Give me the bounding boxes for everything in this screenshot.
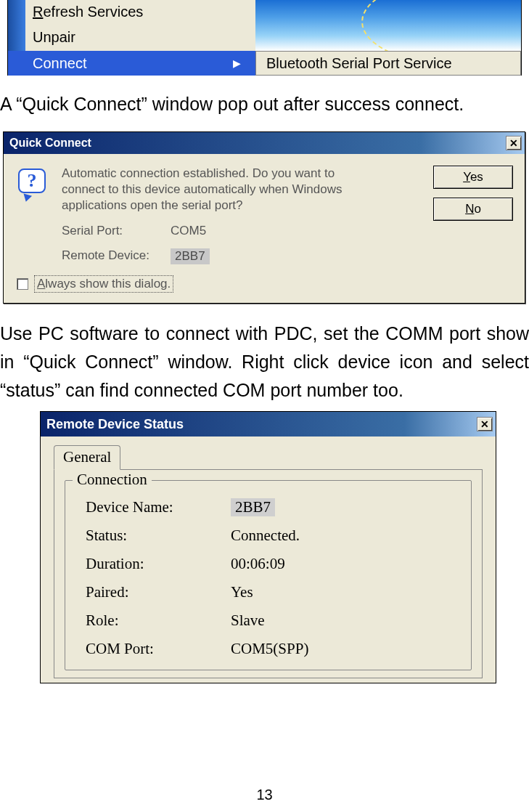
- serial-port-label: Serial Port:: [62, 224, 171, 238]
- device-name-label: Device Name:: [86, 498, 231, 516]
- serial-port-value: COM5: [171, 224, 206, 238]
- role-label: Role:: [86, 612, 231, 630]
- close-button[interactable]: ✕: [506, 136, 522, 150]
- remote-device-status-dialog: Remote Device Status ✕ General Connectio…: [40, 411, 496, 683]
- dialog-titlebar[interactable]: Quick Connect ✕: [4, 132, 525, 154]
- remote-device-label: Remote Device:: [62, 248, 171, 264]
- submenu-item-bluetooth-serial[interactable]: Bluetooth Serial Port Service: [255, 51, 521, 76]
- page-number: 13: [0, 787, 529, 803]
- close-icon: ✕: [509, 137, 518, 149]
- paired-value: Yes: [231, 583, 253, 601]
- menu-label: efresh Services: [43, 4, 143, 20]
- yes-button[interactable]: Yes: [433, 166, 513, 189]
- quick-connect-dialog: Quick Connect ✕ ? Automatic connection e…: [3, 131, 525, 304]
- duration-label: Duration:: [86, 555, 231, 573]
- question-icon: ?: [18, 169, 50, 200]
- dialog-title: Remote Device Status: [46, 417, 184, 432]
- context-menu-screenshot: Refresh Services Unpair Connect ▶ Blueto…: [7, 0, 522, 76]
- dialog-title: Quick Connect: [9, 137, 91, 150]
- dialog-message: Automatic connection established. Do you…: [62, 166, 366, 214]
- remote-device-value: 2BB7: [171, 248, 210, 264]
- decorative-curve: [361, 0, 521, 51]
- always-show-checkbox[interactable]: [17, 278, 28, 290]
- duration-value: 00:06:09: [231, 555, 285, 573]
- fieldset-legend: Connection: [73, 471, 152, 489]
- tab-panel: Connection Device Name: 2BB7 Status: Con…: [54, 469, 483, 678]
- com-port-label: COM Port:: [86, 640, 231, 658]
- submenu-arrow-icon: ▶: [233, 57, 241, 69]
- status-value: Connected.: [231, 527, 300, 545]
- desktop-background: [255, 0, 521, 51]
- status-label: Status:: [86, 527, 231, 545]
- menu-item-refresh[interactable]: Refresh Services: [25, 0, 255, 24]
- device-name-value: 2BB7: [231, 498, 275, 516]
- dialog-titlebar[interactable]: Remote Device Status ✕: [41, 412, 496, 437]
- paragraph-2: Use PC software to connect with PDC, set…: [0, 320, 529, 404]
- close-button[interactable]: ✕: [477, 417, 493, 431]
- connection-fieldset: Connection Device Name: 2BB7 Status: Con…: [65, 480, 472, 670]
- paired-label: Paired:: [86, 583, 231, 601]
- always-show-label[interactable]: Always show this dialog.: [34, 275, 173, 293]
- paragraph-1: A “Quick Connect” window pop out after s…: [0, 92, 522, 117]
- menu-item-connect[interactable]: Connect ▶: [8, 51, 255, 76]
- com-port-value: COM5(SPP): [231, 640, 308, 658]
- close-icon: ✕: [480, 418, 489, 430]
- menu-item-unpair[interactable]: Unpair: [25, 25, 255, 49]
- role-value: Slave: [231, 612, 265, 630]
- menu-label: Connect: [33, 55, 87, 72]
- tab-general[interactable]: General: [54, 445, 120, 470]
- no-button[interactable]: No: [433, 198, 513, 221]
